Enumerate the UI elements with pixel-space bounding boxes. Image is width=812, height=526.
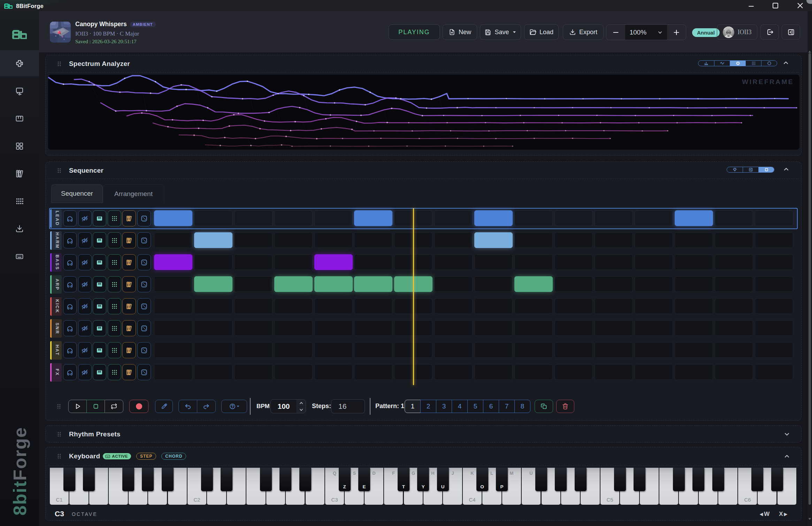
svg-text:WIREFRAME: WIREFRAME [742, 78, 794, 85]
